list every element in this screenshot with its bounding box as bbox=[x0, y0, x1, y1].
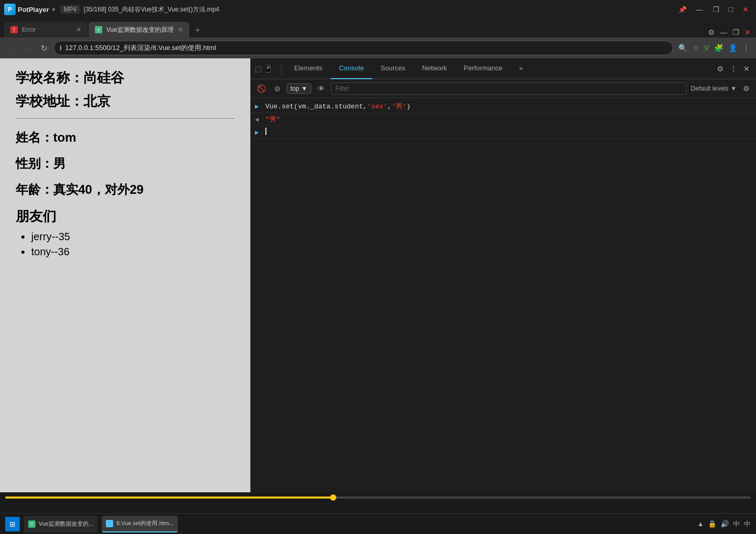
console-prompt-arrow: ▶ bbox=[255, 129, 261, 136]
taskbar-item-html[interactable]: 8.Vue.set的使用.htm... bbox=[102, 516, 178, 532]
console-string-male: '男' bbox=[392, 103, 407, 110]
start-button[interactable]: ⊞ bbox=[5, 517, 20, 531]
devtools-close-icon[interactable]: ✕ bbox=[741, 63, 752, 75]
progress-bar-fill bbox=[5, 496, 333, 499]
context-select[interactable]: top ▼ bbox=[287, 83, 311, 94]
age-field: 年龄：真实40，对外29 bbox=[16, 181, 235, 198]
divider bbox=[16, 118, 235, 119]
console-prompt-line[interactable]: ▶ bbox=[251, 126, 756, 139]
bookmark-icon[interactable]: ☆ bbox=[691, 43, 700, 53]
console-eye-btn[interactable]: 👁 bbox=[315, 83, 327, 94]
tray-up-icon[interactable]: ▲ bbox=[697, 520, 704, 528]
tab-more[interactable]: » bbox=[511, 58, 531, 79]
school-addr: 学校地址：北京 bbox=[16, 92, 235, 110]
devtools-cursor-icon[interactable]: ⬚ bbox=[255, 65, 262, 73]
progress-handle[interactable] bbox=[330, 494, 336, 501]
console-string-sex: 'sex' bbox=[367, 103, 387, 110]
gender-label: 性别： bbox=[16, 156, 53, 170]
logo-icon: P bbox=[4, 4, 16, 15]
forward-button[interactable]: → bbox=[22, 42, 34, 54]
player-progress-area[interactable] bbox=[0, 492, 756, 503]
console-stop-btn[interactable]: ⊘ bbox=[272, 83, 283, 94]
potplayer-logo[interactable]: P PotPlayer ▼ bbox=[4, 4, 56, 15]
console-settings-icon[interactable]: ⚙ bbox=[741, 82, 752, 95]
console-output-value: "男" bbox=[265, 115, 281, 124]
console-input-line: ▶ Vue.set(vm._data.student,'sex','男') bbox=[251, 100, 756, 113]
gender-field: 性别：男 bbox=[16, 155, 235, 172]
content-row: 学校名称：尚硅谷 学校地址：北京 姓名：tom 性别：男 年龄：真实40，对外2… bbox=[0, 58, 756, 492]
progress-bar[interactable] bbox=[5, 496, 751, 499]
zoom-icon[interactable]: 🔍 bbox=[677, 43, 688, 53]
filter-placeholder: Filter bbox=[336, 85, 350, 92]
list-item: tony--36 bbox=[31, 246, 235, 258]
secure-icon: ℹ bbox=[59, 44, 62, 52]
vpn-icon[interactable]: V bbox=[703, 43, 710, 53]
default-levels-button[interactable]: Default levels ▼ bbox=[691, 85, 737, 92]
maximize-btn[interactable]: □ bbox=[726, 4, 736, 15]
dropdown-arrow[interactable]: ▼ bbox=[51, 7, 56, 13]
tray-ime-icon[interactable]: 中 bbox=[733, 519, 740, 529]
browser-minimize-icon[interactable]: — bbox=[719, 27, 728, 38]
tab-performance[interactable]: Performance bbox=[455, 58, 510, 79]
devtools-device-icon[interactable]: 📱 bbox=[264, 65, 273, 73]
list-item: jerry--35 bbox=[31, 231, 235, 243]
title-bar: P PotPlayer ▼ MP4 [35/168] 035_尚硅谷Vue技术_… bbox=[0, 0, 756, 19]
console-input-arrow: ▶ bbox=[255, 103, 261, 110]
tab-elements[interactable]: Elements bbox=[286, 58, 331, 79]
context-value: top bbox=[290, 85, 299, 92]
restore-btn[interactable]: ❐ bbox=[710, 4, 723, 15]
tab-vue-close[interactable]: ✕ bbox=[178, 26, 183, 33]
tab-error-close[interactable]: ✕ bbox=[76, 26, 81, 33]
taskbar-item-vue[interactable]: V Vue监测数据改变的... bbox=[24, 516, 97, 532]
back-button[interactable]: ← bbox=[5, 42, 18, 54]
tab-network[interactable]: Network bbox=[414, 58, 456, 79]
address-text: 127.0.0.1:5500/12_列表渲染/8.Vue.set的使用.html bbox=[65, 43, 216, 53]
tray-volume-icon[interactable]: 🔊 bbox=[721, 520, 729, 528]
context-dropdown-icon: ▼ bbox=[301, 85, 308, 92]
devtools-panel: ⬚ 📱 Elements Console Sources Network bbox=[250, 58, 756, 492]
window-controls: 📌 — ❐ □ ✕ bbox=[675, 4, 752, 15]
school-addr-label: 学校地址： bbox=[16, 93, 83, 109]
vue-favicon: V bbox=[95, 26, 102, 33]
console-clear-btn[interactable]: 🚫 bbox=[255, 83, 268, 94]
devtools-settings-icon[interactable]: ⚙ bbox=[715, 63, 726, 75]
tray-lock-icon[interactable]: 🔒 bbox=[708, 520, 716, 528]
gender-value: 男 bbox=[53, 156, 66, 170]
taskbar-favicon-vue: V bbox=[28, 520, 35, 528]
console-output-line: ◀ "男" bbox=[251, 113, 756, 126]
extension-icon[interactable]: 🧩 bbox=[713, 43, 724, 53]
system-tray: ▲ 🔒 🔊 中 中 bbox=[697, 519, 751, 529]
console-filter[interactable]: Filter bbox=[331, 82, 687, 95]
profile-icon[interactable]: 👤 bbox=[727, 43, 738, 53]
tab-console[interactable]: Console bbox=[331, 58, 372, 79]
tab-sources[interactable]: Sources bbox=[372, 58, 414, 79]
browser-toolbar: ← → ↻ ℹ 127.0.0.1:5500/12_列表渲染/8.Vue.set… bbox=[0, 38, 756, 58]
levels-dropdown-icon: ▼ bbox=[730, 85, 737, 92]
menu-icon[interactable]: ⋮ bbox=[741, 43, 751, 53]
taskbar: ⊞ V Vue监测数据改变的... 8.Vue.set的使用.htm... ▲ … bbox=[0, 513, 756, 534]
tray-ime2-icon[interactable]: 中 bbox=[744, 519, 751, 529]
tab-error-label: Error bbox=[22, 26, 36, 33]
browser-restore-icon[interactable]: ❐ bbox=[731, 27, 740, 38]
refresh-button[interactable]: ↻ bbox=[39, 42, 50, 54]
address-bar[interactable]: ℹ 127.0.0.1:5500/12_列表渲染/8.Vue.set的使用.ht… bbox=[54, 41, 673, 55]
toolbar-icons: 🔍 ☆ V 🧩 👤 ⋮ bbox=[677, 43, 751, 53]
new-tab-button[interactable]: + bbox=[190, 23, 205, 38]
close-btn[interactable]: ✕ bbox=[739, 4, 752, 15]
console-output-arrow: ◀ bbox=[255, 116, 261, 123]
age-label: 年龄： bbox=[16, 182, 53, 196]
friends-title: 朋友们 bbox=[16, 207, 235, 226]
browser-close-icon[interactable]: ✕ bbox=[743, 27, 752, 38]
school-name-value: 尚硅谷 bbox=[83, 70, 124, 85]
console-cursor bbox=[265, 128, 266, 135]
minimize-btn[interactable]: — bbox=[693, 4, 706, 15]
console-input-code: Vue.set(vm._data.student,'sex','男') bbox=[265, 102, 410, 111]
tab-error[interactable]: ! Error ✕ bbox=[4, 22, 88, 38]
pin-btn[interactable]: 📌 bbox=[675, 5, 690, 15]
webpage-content: 学校名称：尚硅谷 学校地址：北京 姓名：tom 性别：男 年龄：真实40，对外2… bbox=[0, 58, 250, 492]
tab-vue[interactable]: V Vue监测数据改变的原理 ✕ bbox=[89, 22, 189, 38]
browser-settings-icon[interactable]: ⚙ bbox=[707, 27, 716, 38]
devtools-tab-icons: ⚙ ⋮ ✕ bbox=[715, 63, 752, 75]
console-output[interactable]: ▶ Vue.set(vm._data.student,'sex','男') ◀ … bbox=[251, 98, 756, 492]
devtools-more-icon[interactable]: ⋮ bbox=[728, 63, 739, 75]
